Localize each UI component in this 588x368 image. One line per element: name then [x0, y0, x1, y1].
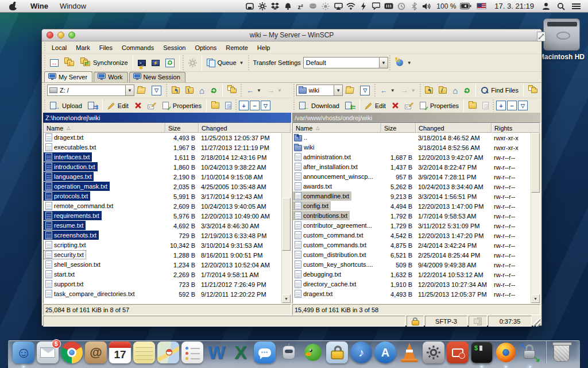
titlebar[interactable]: wiki – My Server – WinSCP — [42, 29, 541, 41]
file-row[interactable]: wiki3/18/2014 8:52:56 AMrwxr-xr-x — [293, 143, 531, 152]
scroll-down-icon[interactable]: ▼ — [282, 294, 291, 303]
cup-icon[interactable] — [307, 0, 319, 13]
flash-icon[interactable] — [357, 0, 370, 13]
file-row[interactable]: screenshots.txt729 B12/19/2013 6:33:48 P… — [44, 231, 281, 240]
remote-new-folder-button[interactable]: * — [466, 101, 479, 110]
menubar-grip[interactable] — [44, 43, 47, 52]
dock-notes[interactable] — [132, 340, 156, 365]
notification-center-icon[interactable] — [570, 0, 582, 13]
local-drive-combo[interactable]: Z: / ▼ — [47, 85, 134, 96]
toolbar-grip2[interactable] — [182, 55, 185, 70]
dock-sysprefs[interactable] — [421, 340, 446, 365]
menubar-clock[interactable]: 17. 3. 21:19 — [491, 2, 537, 10]
bluetooth-icon[interactable] — [408, 0, 420, 13]
remote-path-bar[interactable]: /var/www/vhosts/ondrej/wiki — [292, 113, 540, 122]
local-new-folder-button[interactable]: * — [208, 101, 222, 110]
file-row[interactable]: contributor_agreement...1,729 B3/11/2012… — [293, 221, 531, 231]
dock-vlc[interactable] — [397, 340, 421, 365]
file-row[interactable]: languages.txt2,190 B1/10/2014 9:15:08 AM — [44, 172, 281, 182]
chat-icon[interactable] — [370, 0, 382, 13]
tab-new-session[interactable]: ✱New Session — [129, 72, 185, 82]
zz-icon[interactable]: zz — [294, 0, 307, 13]
column-header-changed[interactable]: Changed — [416, 123, 492, 133]
transfer-settings-combo[interactable]: Default ▼ — [303, 57, 388, 68]
download-and-delete-button[interactable]: ⇇ — [342, 100, 358, 112]
dock-remote-desktop[interactable] — [446, 340, 470, 365]
dock-adium[interactable] — [301, 340, 325, 365]
column-header-rights[interactable]: Rights — [492, 123, 540, 133]
remote-rename-button[interactable]: x — [402, 100, 417, 112]
remote-scroll-thumb[interactable] — [531, 133, 540, 193]
remote-root-directory-button[interactable]: / — [436, 86, 450, 95]
file-row[interactable]: custom_command.txt4,542 B12/20/2013 1:47… — [293, 231, 531, 240]
dock-mail[interactable]: 5 — [36, 340, 60, 365]
file-row[interactable]: custom_distribution.txt6,521 B2/25/2014 … — [293, 250, 531, 260]
queue-button[interactable]: Queue ▼ — [204, 57, 247, 68]
session-dropdown-icon[interactable]: ▼ — [407, 60, 412, 66]
menu-session[interactable]: Session — [158, 43, 190, 53]
refresh-button[interactable] — [163, 57, 177, 69]
menubar-window-menu[interactable]: Window — [54, 0, 92, 13]
commands-button[interactable]: ⚡ — [149, 58, 163, 68]
remote-scrollbar[interactable]: ▲ ▼ — [531, 123, 540, 303]
local-unselect-button[interactable]: − — [250, 101, 260, 110]
file-row[interactable]: config.txt4,494 B12/20/2013 1:47:00 PMrw… — [293, 201, 531, 211]
dock-automator[interactable] — [277, 340, 301, 365]
local-path-bar[interactable]: Z:\home\ondrej\wiki — [43, 113, 291, 122]
local-scroll-thumb[interactable] — [282, 198, 291, 251]
local-home-directory-button[interactable]: ⌂ — [196, 85, 207, 96]
local-parent-directory-button[interactable]: ↰ — [169, 86, 183, 95]
remote-selection-filter-button[interactable]: ▽ — [518, 101, 528, 110]
remote-refresh-button[interactable] — [461, 85, 474, 96]
file-row[interactable]: awards.txt5,262 B10/24/2013 8:34:40 AMrw… — [293, 182, 531, 191]
remote-open-directory-button[interactable] — [343, 86, 357, 95]
remote-unselect-button[interactable]: − — [507, 101, 517, 110]
remote-home-directory-button[interactable]: ⌂ — [450, 85, 461, 96]
find-files-button[interactable]: Find Files — [478, 85, 521, 96]
combo-dropdown-icon[interactable]: ▼ — [379, 57, 388, 68]
local-properties-button[interactable]: ✓Properties — [160, 100, 204, 112]
local-selection-filter-button[interactable]: ▽ — [261, 101, 270, 110]
resize-handle-icon[interactable] — [537, 32, 546, 41]
file-row[interactable]: dragext.txt4,493 B11/25/2013 12:05:37 PM… — [293, 289, 531, 299]
menu-remote[interactable]: Remote — [221, 43, 253, 53]
session-color-button[interactable]: ↻ ▼ — [392, 56, 415, 69]
file-row[interactable]: custom_commands.txt4,875 B2/4/2014 3:42:… — [293, 240, 531, 250]
file-row[interactable]: commandline.txt9,213 B3/3/2014 1:56:51 P… — [293, 191, 531, 201]
scroll-down-icon[interactable]: ▼ — [531, 294, 540, 303]
battery-icon[interactable] — [459, 0, 472, 13]
file-row[interactable]: scripting.txt10,342 B3/10/2014 9:31:53 A… — [44, 240, 281, 250]
desktop-volume-macintosh-hd[interactable]: Macintosh HD — [539, 18, 585, 61]
local-go-to-button[interactable]: ◲ — [222, 100, 234, 111]
battery-pack-icon[interactable] — [382, 0, 395, 13]
local-forward-button[interactable]: →▼ — [264, 85, 285, 96]
file-row[interactable]: operation_mask.txt2,035 B4/25/2005 10:35… — [44, 182, 281, 191]
menu-mark[interactable]: Mark — [71, 43, 94, 53]
dock-excel[interactable]: X — [229, 340, 253, 365]
timemachine-icon[interactable] — [395, 0, 408, 13]
local-copy-structure-button[interactable] — [225, 85, 239, 96]
dock-trash[interactable] — [550, 340, 574, 365]
remote-select-button[interactable]: + — [496, 101, 506, 110]
menu-local[interactable]: Local — [47, 43, 71, 53]
local-select-button[interactable]: + — [239, 101, 249, 110]
dock-contacts[interactable]: @ — [84, 340, 108, 365]
gear-icon[interactable] — [256, 0, 269, 13]
file-row[interactable]: contributions.txt1,792 B1/7/2014 9:58:53… — [293, 211, 531, 221]
queue-dropdown-icon[interactable]: ▼ — [239, 60, 244, 66]
preferences-button[interactable] — [185, 57, 200, 69]
local-scrollbar[interactable]: ▲ ▼ — [281, 123, 291, 303]
local-rename-button[interactable]: x — [145, 100, 160, 112]
column-header-name[interactable]: Name△ — [44, 123, 165, 133]
compare-directories-button[interactable]: ↕ — [61, 57, 78, 68]
file-row[interactable]: directory_cache.txt1,910 B12/20/2013 10:… — [293, 279, 531, 289]
apple-menu-icon[interactable] — [9, 2, 17, 10]
local-open-directory-button[interactable] — [134, 86, 148, 95]
file-row[interactable]: custom_key_shortcuts....509 B9/4/2009 9:… — [293, 260, 531, 270]
server-cell[interactable] — [469, 316, 487, 327]
local-refresh-button[interactable] — [207, 85, 220, 96]
spaces-icon[interactable] — [243, 0, 256, 13]
column-header-size[interactable]: Size — [165, 123, 199, 133]
remote-forward-button[interactable]: →▼ — [398, 85, 419, 96]
download-button[interactable]: ←Download — [296, 100, 342, 112]
